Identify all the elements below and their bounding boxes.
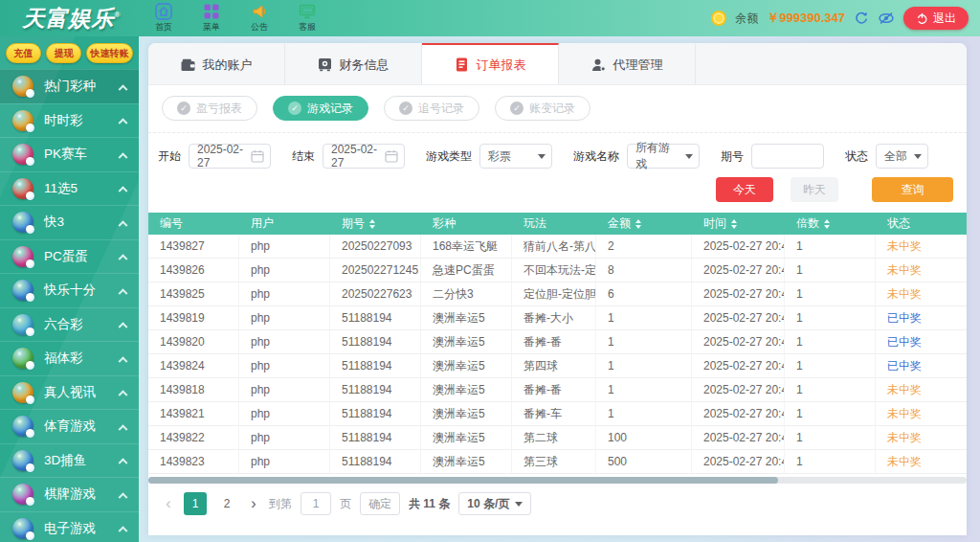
subtab-chase-records[interactable]: ✓ 追号记录 xyxy=(384,96,479,121)
menu-grid-icon xyxy=(203,3,220,20)
sidebar-item-3d-fishing[interactable]: 3D捕鱼 xyxy=(0,443,139,478)
status-badge: 已中奖 xyxy=(876,354,967,378)
top-header: 天富娱乐® 首页 菜单 公告 客服 余额 ￥ xyxy=(0,0,980,36)
issue-input[interactable] xyxy=(751,144,824,169)
col-time: 时间 xyxy=(692,213,785,235)
tab-finance-info[interactable]: 财务信息 xyxy=(285,43,422,84)
main-panel: 我的账户 财务信息 订单报表 代理管理 ✓ 盈亏报表 ✓ 游戏记 xyxy=(148,43,967,535)
nav-menu[interactable]: 菜单 xyxy=(195,3,228,34)
lottery-ball-icon xyxy=(12,484,33,505)
goto-confirm-button[interactable]: 确定 xyxy=(360,492,400,515)
sidebar-item-klsf[interactable]: 快乐十分 xyxy=(0,273,139,307)
sidebar-item-k3[interactable]: 快3 xyxy=(0,205,139,239)
table-row: 1439818php51188194澳洲幸运5番摊-番12025-02-27 2… xyxy=(148,378,967,402)
sidebar-item-hot-lottery[interactable]: 热门彩种 xyxy=(0,69,139,103)
tab-agent-manage[interactable]: 代理管理 xyxy=(559,43,696,84)
chevron-up-icon xyxy=(119,220,128,230)
lottery-ball-icon xyxy=(12,314,33,335)
chevron-up-icon xyxy=(119,459,128,468)
chevron-up-icon xyxy=(119,527,128,536)
lottery-ball-icon xyxy=(12,518,33,539)
lottery-ball-icon xyxy=(12,348,33,369)
nav-customer-service[interactable]: 客服 xyxy=(291,3,323,34)
scrollbar-thumb[interactable] xyxy=(148,477,778,484)
sort-icon[interactable] xyxy=(635,219,641,229)
lottery-ball-icon xyxy=(12,280,33,301)
hide-balance-icon[interactable] xyxy=(878,11,895,26)
announcement-icon xyxy=(251,3,268,20)
page-button-2[interactable]: 2 xyxy=(215,492,238,515)
sidebar-item-live-casino[interactable]: 真人视讯 xyxy=(0,375,139,410)
query-button[interactable]: 查询 xyxy=(872,177,953,202)
status-select[interactable]: 全部 xyxy=(876,144,928,169)
nav-customer-service-label: 客服 xyxy=(299,21,316,34)
sidebar-item-pk-racing[interactable]: PK赛车 xyxy=(0,137,139,171)
sort-icon[interactable] xyxy=(369,219,375,229)
start-date-input[interactable]: 2025-02-27 xyxy=(189,144,271,169)
subtab-account-changes[interactable]: ✓ 账变记录 xyxy=(495,96,590,121)
sidebar-item-pc-dandan[interactable]: PC蛋蛋 xyxy=(0,239,139,274)
status-badge: 未中奖 xyxy=(876,282,967,306)
records-table: 编号 用户 期号 彩种 玩法 金额 时间 倍数 状态 1439827php202… xyxy=(148,213,967,484)
sidebar-quick-buttons: 充值 提现 快速转账 xyxy=(0,36,139,69)
sidebar-item-futicai[interactable]: 福体彩 xyxy=(0,341,139,375)
sort-icon[interactable] xyxy=(731,219,737,229)
tab-my-account[interactable]: 我的账户 xyxy=(148,43,285,84)
chevron-up-icon xyxy=(119,356,128,366)
nav-announcement[interactable]: 公告 xyxy=(243,3,276,34)
chevron-down-icon xyxy=(538,154,546,159)
prev-page-icon[interactable]: ‹ xyxy=(162,495,175,512)
sidebar-item-mark-six[interactable]: 六合彩 xyxy=(0,307,139,342)
sidebar-item-board-games[interactable]: 棋牌游戏 xyxy=(0,477,139,511)
calendar-icon xyxy=(385,149,398,163)
today-button[interactable]: 今天 xyxy=(716,177,773,202)
sidebar-item-ssc[interactable]: 时时彩 xyxy=(0,103,139,138)
subtab-game-records[interactable]: ✓ 游戏记录 xyxy=(273,96,368,121)
page-size-select[interactable]: 10 条/页 xyxy=(458,492,531,515)
sidebar-item-slots[interactable]: 电子游戏 xyxy=(0,511,139,542)
sub-tabbar: ✓ 盈亏报表 ✓ 游戏记录 ✓ 追号记录 ✓ 账变记录 xyxy=(148,85,967,133)
status-label: 状态 xyxy=(845,148,868,165)
nav-home-label: 首页 xyxy=(155,21,172,34)
refresh-balance-icon[interactable] xyxy=(854,11,869,26)
next-page-icon[interactable]: › xyxy=(247,495,260,512)
sidebar-item-11x5[interactable]: 11选5 xyxy=(0,171,139,206)
withdraw-button[interactable]: 提现 xyxy=(46,43,81,63)
nav-home[interactable]: 首页 xyxy=(147,3,180,34)
total-count-label: 共 11 条 xyxy=(409,496,450,512)
lottery-ball-icon xyxy=(12,144,33,165)
table-row: 1439821php51188194澳洲幸运5番摊-车12025-02-27 2… xyxy=(148,402,967,426)
logout-button[interactable]: 退出 xyxy=(903,7,969,30)
goto-page-input[interactable] xyxy=(301,492,331,515)
chevron-up-icon xyxy=(119,119,128,128)
sidebar-item-sports[interactable]: 体育游戏 xyxy=(0,409,139,443)
status-badge: 未中奖 xyxy=(876,235,967,259)
chevron-up-icon xyxy=(119,255,128,264)
col-lottery: 彩种 xyxy=(421,213,512,235)
yesterday-button[interactable]: 昨天 xyxy=(791,177,838,202)
game-type-select[interactable]: 彩票 xyxy=(479,144,552,169)
end-date-input[interactable]: 2025-02-27 xyxy=(323,144,405,169)
status-badge: 已中奖 xyxy=(876,330,967,354)
pagination: ‹ 1 2 › 到第 页 确定 共 11 条 10 条/页 xyxy=(148,484,967,524)
sort-icon[interactable] xyxy=(824,219,830,229)
check-circle-icon: ✓ xyxy=(399,102,412,115)
game-name-select[interactable]: 所有游戏 xyxy=(627,144,700,169)
col-play: 玩法 xyxy=(512,213,596,235)
page-button-1[interactable]: 1 xyxy=(184,492,207,515)
col-issue: 期号 xyxy=(330,213,421,235)
deposit-button[interactable]: 充值 xyxy=(6,43,41,63)
lottery-ball-icon xyxy=(12,178,33,199)
subtab-profit-report[interactable]: ✓ 盈亏报表 xyxy=(162,96,257,121)
status-badge: 未中奖 xyxy=(876,259,967,282)
balance-label: 余额 xyxy=(735,11,758,27)
logout-label: 退出 xyxy=(933,11,956,27)
lottery-ball-icon xyxy=(12,212,33,233)
quick-transfer-button[interactable]: 快速转账 xyxy=(86,43,133,63)
balance-value: ￥999390.347 xyxy=(767,10,845,27)
horizontal-scrollbar[interactable] xyxy=(148,477,967,484)
game-type-label: 游戏类型 xyxy=(426,148,472,165)
chevron-down-icon xyxy=(685,154,693,159)
tab-order-report[interactable]: 订单报表 xyxy=(422,43,559,84)
start-date-label: 开始 xyxy=(158,148,181,165)
